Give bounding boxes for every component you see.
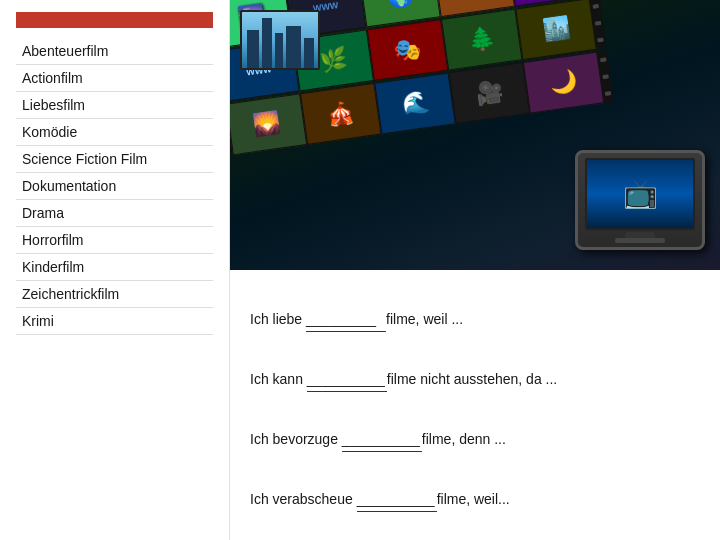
sidebar-item-kinderfilm[interactable]: Kinderfilm <box>16 254 213 281</box>
sentence-prefix-1: Ich liebe <box>250 311 306 327</box>
sidebar-item-actionfilm[interactable]: Actionfilm <box>16 65 213 92</box>
main-content: 🌆 WWW 🌍 🏔️ 🎬 <box>230 0 720 540</box>
sentences-area: Ich liebe _________filme, weil ...Ich ka… <box>230 270 720 540</box>
sidebar: AbenteuerfilmActionfilmLiebesfilmKomödie… <box>0 0 230 540</box>
sidebar-title <box>16 12 213 28</box>
sidebar-item-zeichentrickfilm[interactable]: Zeichentrickfilm <box>16 281 213 308</box>
sentence-blank-4: __________ <box>357 488 437 511</box>
sentence-blank-2: __________ <box>307 368 387 391</box>
sentence-blank-3: __________ <box>342 428 422 451</box>
sentence-row-4: Ich verabscheue __________filme, weil... <box>250 488 700 511</box>
sentence-suffix-1: filme, weil ... <box>386 311 463 327</box>
sidebar-item-dokumentation[interactable]: Dokumentation <box>16 173 213 200</box>
sentence-row-1: Ich liebe _________filme, weil ... <box>250 308 700 331</box>
sidebar-item-krimi[interactable]: Krimi <box>16 308 213 335</box>
sidebar-item-drama[interactable]: Drama <box>16 200 213 227</box>
sentence-prefix-3: Ich bevorzuge <box>250 431 342 447</box>
sentence-row-3: Ich bevorzuge __________filme, denn ... <box>250 428 700 451</box>
sentence-prefix-4: Ich verabscheue <box>250 491 357 507</box>
sidebar-item-science-fiction-film[interactable]: Science Fiction Film <box>16 146 213 173</box>
sidebar-item-horrorfilm[interactable]: Horrorfilm <box>16 227 213 254</box>
page-container: AbenteuerfilmActionfilmLiebesfilmKomödie… <box>0 0 720 540</box>
image-area: 🌆 WWW 🌍 🏔️ 🎬 <box>230 0 720 270</box>
sentence-prefix-2: Ich kann <box>250 371 307 387</box>
sentence-blank-1: _________ <box>306 308 386 331</box>
sentence-row-2: Ich kann __________filme nicht ausstehen… <box>250 368 700 391</box>
sidebar-item-komoedie[interactable]: Komödie <box>16 119 213 146</box>
sentence-suffix-4: filme, weil... <box>437 491 510 507</box>
sidebar-item-abenteuerfilm[interactable]: Abenteuerfilm <box>16 38 213 65</box>
film-visual: 🌆 WWW 🌍 🏔️ 🎬 <box>230 0 720 270</box>
sentence-suffix-2: filme nicht ausstehen, da ... <box>387 371 557 387</box>
sidebar-item-liebesfilm[interactable]: Liebesfilm <box>16 92 213 119</box>
sentence-suffix-3: filme, denn ... <box>422 431 506 447</box>
